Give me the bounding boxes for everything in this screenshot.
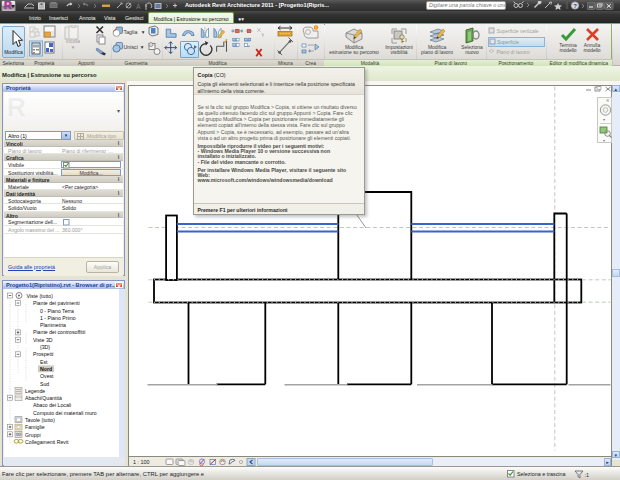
svg-text:Est: Est (40, 359, 48, 365)
svg-text:Sud: Sud (40, 381, 49, 387)
svg-text:Piante dei controsoffitti: Piante dei controsoffitti (33, 329, 85, 335)
svg-text:Famiglie: Famiglie (25, 424, 45, 430)
svg-text::1: :1 (585, 472, 590, 478)
svg-text:Gruppi: Gruppi (25, 432, 41, 438)
svg-text:Tavole (tutto): Tavole (tutto) (25, 417, 55, 423)
svg-text:Prospetti: Prospetti (33, 351, 53, 357)
svg-text:Viste (tutto): Viste (tutto) (27, 293, 54, 299)
svg-text:Piante dei pavimenti: Piante dei pavimenti (33, 300, 80, 306)
svg-text:Planimetria: Planimetria (40, 322, 66, 328)
svg-text:{3D}: {3D} (40, 344, 50, 350)
svg-text:Legende: Legende (25, 388, 45, 394)
svg-text:Ovest: Ovest (40, 373, 54, 379)
svg-text:Abachi/Quantità: Abachi/Quantità (25, 395, 62, 401)
svg-text:?: ? (573, 3, 577, 9)
svg-text:1 - Piano Primo: 1 - Piano Primo (40, 315, 76, 321)
svg-text:Collegamenti Revit: Collegamenti Revit (25, 439, 69, 445)
svg-text:Abaco dei Locali: Abaco dei Locali (33, 402, 71, 408)
svg-text:Viste 3D: Viste 3D (33, 337, 53, 343)
svg-text:0 - Piano Terra: 0 - Piano Terra (40, 308, 74, 314)
svg-text:A: A (136, 3, 141, 10)
svg-text:Computo dei materiali muro: Computo dei materiali muro (33, 410, 97, 416)
svg-text:Nord: Nord (40, 366, 52, 372)
